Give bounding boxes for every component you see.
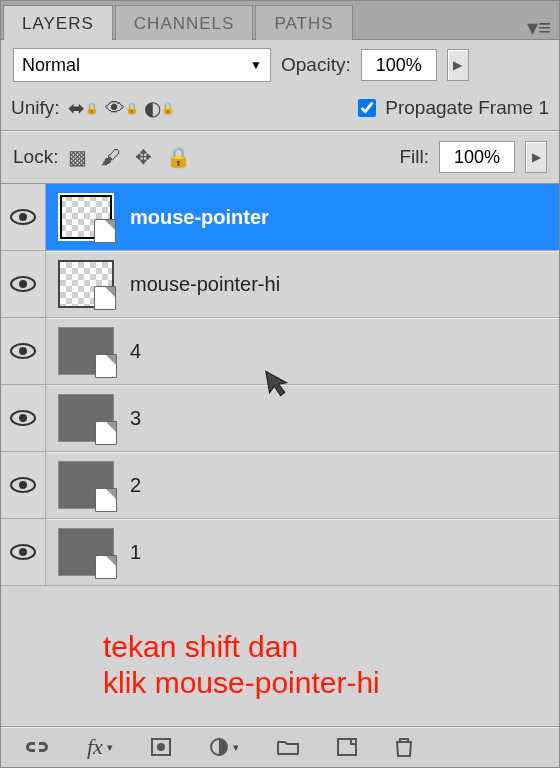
layer-name[interactable]: mouse-pointer-hi — [130, 273, 280, 296]
layer-cell[interactable]: 4 — [46, 318, 559, 384]
svg-point-9 — [19, 481, 27, 489]
lock-transparency-icon[interactable]: ▩ — [68, 145, 87, 169]
smart-object-badge-icon — [95, 421, 117, 445]
panel-menu-icon[interactable]: ▾≡ — [511, 15, 559, 39]
layer-row[interactable]: mouse-pointer — [1, 184, 559, 251]
new-group-icon[interactable] — [277, 739, 299, 755]
layer-name[interactable]: mouse-pointer — [130, 206, 269, 229]
add-mask-icon[interactable] — [151, 738, 171, 756]
layer-cell[interactable]: 1 — [46, 519, 559, 585]
tab-layers[interactable]: LAYERS — [3, 5, 113, 40]
tab-channels[interactable]: CHANNELS — [115, 5, 254, 40]
fill-input[interactable]: 100% — [439, 141, 515, 173]
layer-cell[interactable]: 2 — [46, 452, 559, 518]
layer-row[interactable]: 4 — [1, 318, 559, 385]
smart-object-badge-icon — [95, 354, 117, 378]
lock-label: Lock: — [13, 146, 58, 168]
unify-style-icon[interactable]: ◐🔒 — [146, 96, 174, 120]
layer-thumbnail[interactable] — [58, 327, 114, 375]
layer-name[interactable]: 1 — [130, 541, 141, 564]
layer-thumbnail[interactable] — [58, 528, 114, 576]
smart-object-badge-icon — [95, 555, 117, 579]
smart-object-badge-icon — [94, 219, 116, 243]
layers-list: mouse-pointermouse-pointer-hi4321 — [1, 184, 559, 586]
link-layers-icon[interactable] — [25, 740, 49, 754]
visibility-toggle[interactable] — [1, 251, 46, 317]
delete-layer-icon[interactable] — [395, 737, 413, 757]
tab-paths[interactable]: PATHS — [255, 5, 352, 40]
propagate-frame-checkbox[interactable]: Propagate Frame 1 — [354, 96, 549, 120]
layer-row[interactable]: mouse-pointer-hi — [1, 251, 559, 318]
layer-row[interactable]: 2 — [1, 452, 559, 519]
layer-thumbnail[interactable] — [58, 461, 114, 509]
layer-effects-icon[interactable]: fx▾ — [87, 734, 113, 760]
unify-label: Unify: — [11, 97, 60, 119]
annotation-text: tekan shift dan klik mouse-pointer-hi — [103, 629, 380, 701]
visibility-toggle[interactable] — [1, 385, 46, 451]
opacity-label: Opacity: — [281, 54, 351, 76]
layer-row[interactable]: 1 — [1, 519, 559, 586]
opacity-slider-button[interactable]: ▶ — [447, 49, 469, 81]
svg-point-13 — [157, 743, 165, 751]
adjustment-layer-icon[interactable]: ▾ — [209, 737, 239, 757]
annotation-line2: klik mouse-pointer-hi — [103, 665, 380, 701]
visibility-toggle[interactable] — [1, 452, 46, 518]
propagate-frame-label: Propagate Frame 1 — [385, 97, 549, 119]
dropdown-arrow-icon: ▼ — [250, 58, 262, 72]
lock-position-icon[interactable]: ✥ — [135, 145, 152, 169]
layer-thumbnail[interactable] — [58, 193, 114, 241]
svg-point-3 — [19, 280, 27, 288]
panel-tabs: LAYERS CHANNELS PATHS ▾≡ — [1, 1, 559, 39]
unify-position-icon[interactable]: ⬌🔒 — [70, 96, 98, 120]
blend-opacity-row: Normal ▼ Opacity: 100% ▶ — [1, 40, 559, 90]
svg-point-1 — [19, 213, 27, 221]
unify-row: Unify: ⬌🔒 👁🔒 ◐🔒 Propagate Frame 1 — [1, 90, 559, 131]
fill-slider-button[interactable]: ▶ — [525, 141, 547, 173]
layer-name[interactable]: 3 — [130, 407, 141, 430]
visibility-toggle[interactable] — [1, 318, 46, 384]
svg-point-11 — [19, 548, 27, 556]
layer-thumbnail[interactable] — [58, 394, 114, 442]
layer-row[interactable]: 3 — [1, 385, 559, 452]
lock-pixels-icon[interactable]: 🖌 — [101, 146, 121, 169]
propagate-frame-input[interactable] — [358, 99, 376, 117]
lock-all-icon[interactable]: 🔒 — [166, 145, 191, 169]
svg-rect-15 — [338, 739, 356, 755]
annotation-line1: tekan shift dan — [103, 629, 380, 665]
layers-bottom-toolbar: fx▾ ▾ — [1, 726, 559, 767]
lock-fill-row: Lock: ▩ 🖌 ✥ 🔒 Fill: 100% ▶ — [1, 131, 559, 184]
svg-point-7 — [19, 414, 27, 422]
layer-cell[interactable]: mouse-pointer — [46, 184, 559, 250]
unify-visibility-icon[interactable]: 👁🔒 — [108, 96, 136, 120]
layer-name[interactable]: 4 — [130, 340, 141, 363]
smart-object-badge-icon — [95, 488, 117, 512]
opacity-input[interactable]: 100% — [361, 49, 437, 81]
visibility-toggle[interactable] — [1, 184, 46, 250]
layer-cell[interactable]: 3 — [46, 385, 559, 451]
fill-label: Fill: — [399, 146, 429, 168]
layer-cell[interactable]: mouse-pointer-hi — [46, 251, 559, 317]
blend-mode-value: Normal — [22, 55, 80, 76]
layer-thumbnail[interactable] — [58, 260, 114, 308]
visibility-toggle[interactable] — [1, 519, 46, 585]
blend-mode-select[interactable]: Normal ▼ — [13, 48, 271, 82]
smart-object-badge-icon — [94, 286, 116, 310]
svg-point-5 — [19, 347, 27, 355]
layer-name[interactable]: 2 — [130, 474, 141, 497]
new-layer-icon[interactable] — [337, 738, 357, 756]
